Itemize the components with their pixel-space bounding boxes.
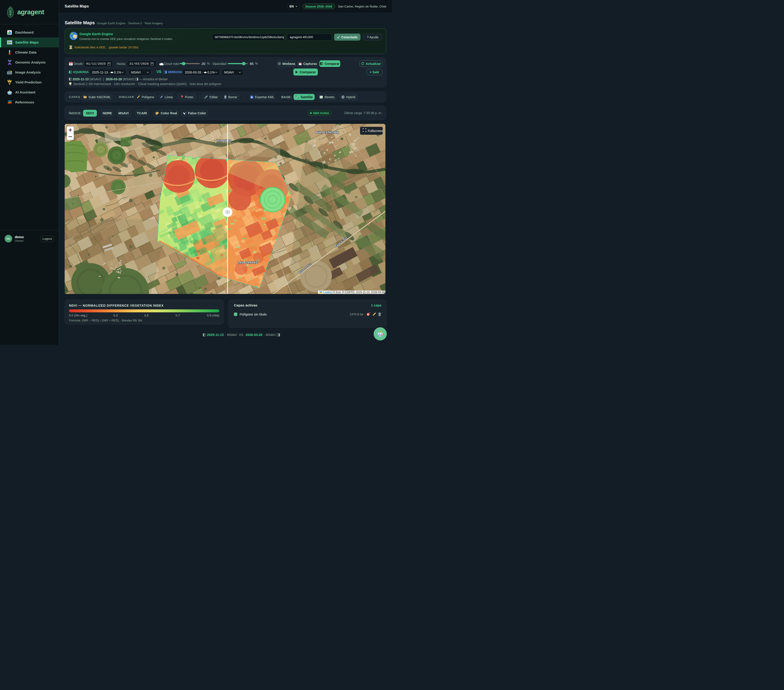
- svg-text:Leaflet: Leaflet: [323, 291, 331, 294]
- svg-text:BULI ESTACIÓN: BULI ESTACIÓN: [316, 131, 339, 134]
- svg-text:Fullscreen: Fullscreen: [368, 129, 383, 133]
- svg-text:VERQUICO: VERQUICO: [216, 139, 232, 142]
- svg-text:LAS GARZAS: LAS GARZAS: [237, 261, 258, 264]
- svg-text:| © Esri, © CARTO, 2025-11-13,: | © Esri, © CARTO, 2025-11-13, 2026-03-2…: [332, 291, 385, 294]
- svg-text:17: 17: [70, 63, 72, 65]
